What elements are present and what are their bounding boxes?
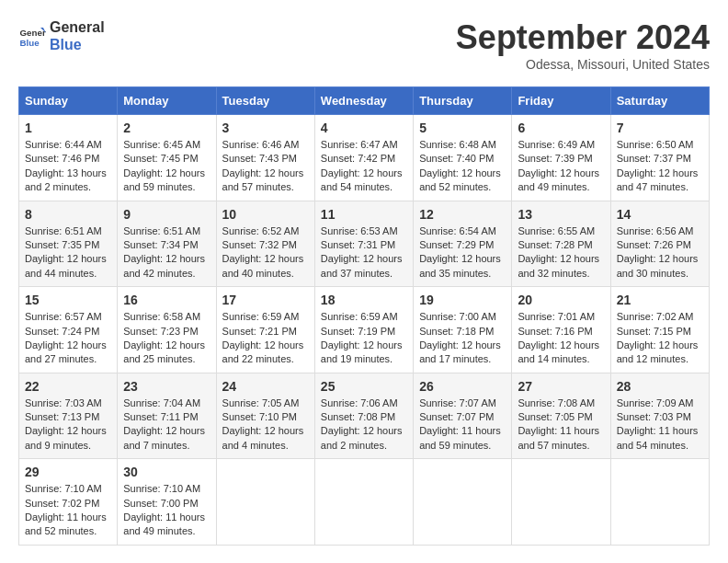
calendar-cell: 9Sunrise: 6:51 AM Sunset: 7:34 PM Daylig… xyxy=(118,201,216,287)
calendar-cell: 1Sunrise: 6:44 AM Sunset: 7:46 PM Daylig… xyxy=(19,115,118,201)
day-number: 12 xyxy=(419,207,506,222)
day-info: Sunrise: 6:56 AM Sunset: 7:26 PM Dayligh… xyxy=(617,224,703,282)
calendar-week-4: 22Sunrise: 7:03 AM Sunset: 7:13 PM Dayli… xyxy=(19,373,710,459)
calendar-cell xyxy=(512,459,610,546)
calendar-cell: 14Sunrise: 6:56 AM Sunset: 7:26 PM Dayli… xyxy=(610,201,709,287)
calendar-cell: 22Sunrise: 7:03 AM Sunset: 7:13 PM Dayli… xyxy=(19,373,118,459)
logo-line2: Blue xyxy=(50,36,105,53)
col-friday: Friday xyxy=(512,87,610,115)
calendar-cell: 2Sunrise: 6:45 AM Sunset: 7:45 PM Daylig… xyxy=(118,115,216,201)
col-thursday: Thursday xyxy=(414,87,512,115)
svg-text:Blue: Blue xyxy=(20,38,40,48)
day-number: 1 xyxy=(25,121,111,135)
day-number: 27 xyxy=(518,379,604,394)
calendar-cell: 30Sunrise: 7:10 AM Sunset: 7:00 PM Dayli… xyxy=(118,459,216,546)
day-number: 24 xyxy=(222,379,309,394)
day-info: Sunrise: 6:44 AM Sunset: 7:46 PM Dayligh… xyxy=(25,138,111,195)
col-monday: Monday xyxy=(118,87,216,115)
calendar-cell: 27Sunrise: 7:08 AM Sunset: 7:05 PM Dayli… xyxy=(512,373,610,459)
day-number: 22 xyxy=(25,379,111,394)
day-number: 14 xyxy=(617,207,703,222)
calendar-cell: 25Sunrise: 7:06 AM Sunset: 7:08 PM Dayli… xyxy=(314,373,413,459)
col-tuesday: Tuesday xyxy=(216,87,314,115)
logo: General Blue General Blue xyxy=(18,18,105,53)
day-info: Sunrise: 6:49 AM Sunset: 7:39 PM Dayligh… xyxy=(518,138,604,195)
calendar-cell: 26Sunrise: 7:07 AM Sunset: 7:07 PM Dayli… xyxy=(414,373,512,459)
calendar-cell: 23Sunrise: 7:04 AM Sunset: 7:11 PM Dayli… xyxy=(118,373,216,459)
calendar-cell xyxy=(414,459,512,546)
calendar-cell: 15Sunrise: 6:57 AM Sunset: 7:24 PM Dayli… xyxy=(19,287,118,373)
day-number: 21 xyxy=(617,293,703,307)
day-info: Sunrise: 6:47 AM Sunset: 7:42 PM Dayligh… xyxy=(321,138,407,195)
day-info: Sunrise: 7:00 AM Sunset: 7:18 PM Dayligh… xyxy=(419,310,506,367)
page-header: General Blue General Blue September 2024… xyxy=(18,18,710,72)
location: Odessa, Missouri, United States xyxy=(456,57,710,72)
day-number: 15 xyxy=(25,293,111,307)
day-info: Sunrise: 6:58 AM Sunset: 7:23 PM Dayligh… xyxy=(123,310,210,367)
calendar-week-2: 8Sunrise: 6:51 AM Sunset: 7:35 PM Daylig… xyxy=(19,201,710,287)
header-row: Sunday Monday Tuesday Wednesday Thursday… xyxy=(19,87,710,115)
calendar-cell: 19Sunrise: 7:00 AM Sunset: 7:18 PM Dayli… xyxy=(414,287,512,373)
day-info: Sunrise: 6:59 AM Sunset: 7:19 PM Dayligh… xyxy=(321,310,407,367)
day-info: Sunrise: 6:51 AM Sunset: 7:34 PM Dayligh… xyxy=(123,224,210,282)
calendar-week-5: 29Sunrise: 7:10 AM Sunset: 7:02 PM Dayli… xyxy=(19,459,710,546)
calendar-cell: 7Sunrise: 6:50 AM Sunset: 7:37 PM Daylig… xyxy=(610,115,709,201)
day-info: Sunrise: 7:06 AM Sunset: 7:08 PM Dayligh… xyxy=(321,396,407,454)
title-block: September 2024 Odessa, Missouri, United … xyxy=(456,18,710,72)
calendar-cell xyxy=(216,459,314,546)
day-info: Sunrise: 7:03 AM Sunset: 7:13 PM Dayligh… xyxy=(25,396,111,454)
day-number: 30 xyxy=(123,465,210,479)
day-info: Sunrise: 6:45 AM Sunset: 7:45 PM Dayligh… xyxy=(123,138,210,195)
day-number: 23 xyxy=(123,379,210,394)
calendar-cell xyxy=(314,459,413,546)
day-info: Sunrise: 7:05 AM Sunset: 7:10 PM Dayligh… xyxy=(222,396,309,454)
day-number: 13 xyxy=(518,207,604,222)
logo-line1: General xyxy=(50,18,105,36)
day-info: Sunrise: 6:48 AM Sunset: 7:40 PM Dayligh… xyxy=(419,138,506,195)
day-number: 7 xyxy=(617,121,703,135)
calendar-cell: 28Sunrise: 7:09 AM Sunset: 7:03 PM Dayli… xyxy=(610,373,709,459)
calendar-week-3: 15Sunrise: 6:57 AM Sunset: 7:24 PM Dayli… xyxy=(19,287,710,373)
day-info: Sunrise: 6:46 AM Sunset: 7:43 PM Dayligh… xyxy=(222,138,309,195)
day-info: Sunrise: 7:07 AM Sunset: 7:07 PM Dayligh… xyxy=(419,396,506,454)
calendar-cell: 20Sunrise: 7:01 AM Sunset: 7:16 PM Dayli… xyxy=(512,287,610,373)
day-number: 5 xyxy=(419,121,506,135)
col-saturday: Saturday xyxy=(610,87,709,115)
calendar-cell: 24Sunrise: 7:05 AM Sunset: 7:10 PM Dayli… xyxy=(216,373,314,459)
day-number: 29 xyxy=(25,465,111,479)
calendar-week-1: 1Sunrise: 6:44 AM Sunset: 7:46 PM Daylig… xyxy=(19,115,710,201)
day-number: 8 xyxy=(25,207,111,222)
calendar-cell: 18Sunrise: 6:59 AM Sunset: 7:19 PM Dayli… xyxy=(314,287,413,373)
day-number: 17 xyxy=(222,293,309,307)
day-number: 2 xyxy=(123,121,210,135)
day-number: 10 xyxy=(222,207,309,222)
day-info: Sunrise: 7:04 AM Sunset: 7:11 PM Dayligh… xyxy=(123,396,210,454)
calendar-cell: 16Sunrise: 6:58 AM Sunset: 7:23 PM Dayli… xyxy=(118,287,216,373)
day-number: 16 xyxy=(123,293,210,307)
day-info: Sunrise: 6:52 AM Sunset: 7:32 PM Dayligh… xyxy=(222,224,309,282)
calendar-cell: 3Sunrise: 6:46 AM Sunset: 7:43 PM Daylig… xyxy=(216,115,314,201)
calendar-cell: 17Sunrise: 6:59 AM Sunset: 7:21 PM Dayli… xyxy=(216,287,314,373)
calendar-cell: 13Sunrise: 6:55 AM Sunset: 7:28 PM Dayli… xyxy=(512,201,610,287)
calendar-cell xyxy=(610,459,709,546)
day-info: Sunrise: 7:08 AM Sunset: 7:05 PM Dayligh… xyxy=(518,396,604,454)
day-info: Sunrise: 6:53 AM Sunset: 7:31 PM Dayligh… xyxy=(321,224,407,282)
day-number: 6 xyxy=(518,121,604,135)
day-info: Sunrise: 6:50 AM Sunset: 7:37 PM Dayligh… xyxy=(617,138,703,195)
day-number: 28 xyxy=(617,379,703,394)
day-info: Sunrise: 7:10 AM Sunset: 7:00 PM Dayligh… xyxy=(123,482,210,539)
calendar-cell: 6Sunrise: 6:49 AM Sunset: 7:39 PM Daylig… xyxy=(512,115,610,201)
month-title: September 2024 xyxy=(456,18,710,57)
day-info: Sunrise: 6:55 AM Sunset: 7:28 PM Dayligh… xyxy=(518,224,604,282)
col-wednesday: Wednesday xyxy=(314,87,413,115)
day-info: Sunrise: 6:54 AM Sunset: 7:29 PM Dayligh… xyxy=(419,224,506,282)
calendar-cell: 29Sunrise: 7:10 AM Sunset: 7:02 PM Dayli… xyxy=(19,459,118,546)
calendar-cell: 10Sunrise: 6:52 AM Sunset: 7:32 PM Dayli… xyxy=(216,201,314,287)
calendar-cell: 4Sunrise: 6:47 AM Sunset: 7:42 PM Daylig… xyxy=(314,115,413,201)
day-number: 11 xyxy=(321,207,407,222)
day-number: 19 xyxy=(419,293,506,307)
calendar-cell: 8Sunrise: 6:51 AM Sunset: 7:35 PM Daylig… xyxy=(19,201,118,287)
day-number: 26 xyxy=(419,379,506,394)
calendar-cell: 12Sunrise: 6:54 AM Sunset: 7:29 PM Dayli… xyxy=(414,201,512,287)
calendar-cell: 11Sunrise: 6:53 AM Sunset: 7:31 PM Dayli… xyxy=(314,201,413,287)
